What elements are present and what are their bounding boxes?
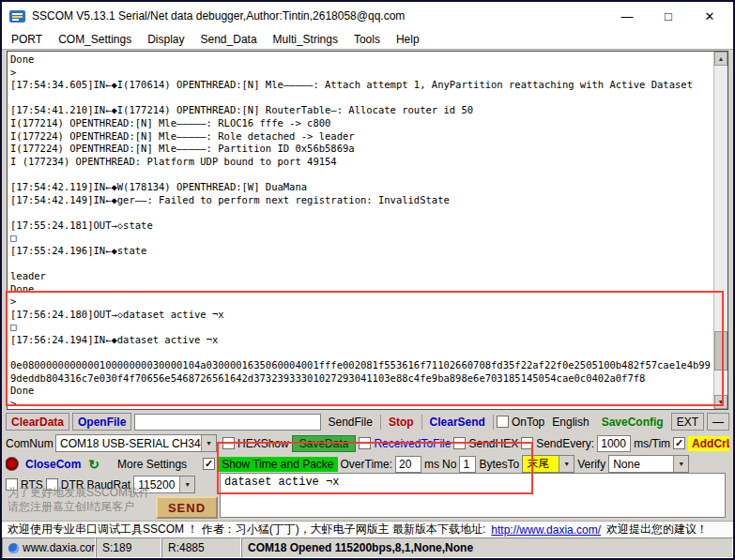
send-every-checkbox[interactable] — [521, 437, 533, 449]
scroll-down-icon[interactable]: ▼ — [714, 395, 727, 409]
save-config-button[interactable]: SaveConfig — [597, 413, 668, 431]
close-com-button[interactable]: CloseCom — [21, 455, 85, 473]
window-controls: — □ ✕ — [620, 9, 726, 23]
minimize-button[interactable]: — — [620, 9, 634, 23]
send-every-label: SendEvery: — [536, 437, 594, 450]
collapse-panel-button[interactable]: — — [707, 413, 729, 431]
send-interval-input[interactable] — [597, 435, 631, 452]
add-crlf-label[interactable]: AddCrLf — [688, 436, 729, 451]
menu-item-multi-strings[interactable]: Multi_Strings — [273, 33, 338, 46]
ad-text-2: 欢迎提出您的建议！ — [606, 522, 708, 537]
ext-button[interactable]: EXT — [671, 413, 704, 431]
ms-tim-label: ms/Tim — [634, 437, 670, 450]
scroll-thumb[interactable] — [714, 331, 727, 371]
title-bar: SSCOM V5.13.1 Serial/Net data debugger,A… — [2, 2, 733, 30]
ad-bar: 欢迎使用专业串口调试工具SSCOM ！ 作者：习小猛(丁丁)，大虾电子网版主 最… — [2, 521, 733, 537]
hex-show-label: HEXShow — [237, 437, 289, 450]
divider — [493, 415, 494, 430]
divider — [421, 415, 422, 430]
divider — [380, 415, 381, 430]
chevron-down-icon[interactable]: ▼ — [179, 477, 194, 492]
promo-line2: 请您注册嘉立创I结尾客户 — [8, 500, 156, 514]
menu-item-tools[interactable]: Tools — [354, 33, 380, 46]
over-time-label: OverTime: — [341, 458, 393, 471]
status-sent-count: S:189 — [96, 537, 161, 558]
byte-count-input[interactable] — [459, 456, 476, 473]
on-top-label: OnTop — [512, 416, 544, 429]
send-hex-label: SendHEX — [468, 437, 518, 450]
ms-label: ms — [424, 458, 439, 471]
menu-item-send-data[interactable]: Send_Data — [201, 33, 257, 46]
scroll-up-icon[interactable]: ▲ — [714, 52, 727, 66]
received-count-label: R:4885 — [168, 541, 205, 554]
menu-item-display[interactable]: Display — [147, 33, 184, 46]
hex-show-checkbox[interactable] — [222, 437, 235, 449]
send-hex-checkbox[interactable] — [453, 437, 466, 449]
send-button[interactable]: SEND — [156, 496, 218, 519]
english-button[interactable]: English — [547, 413, 593, 431]
ad-text: 欢迎使用专业串口调试工具SSCOM ！ 作者：习小猛(丁丁)，大虾电子网版主 最… — [8, 522, 485, 537]
promo-text: 为了更好地发展SSCOM软件 请您注册嘉立创I结尾客户 — [8, 486, 156, 514]
chevron-down-icon[interactable]: ▼ — [559, 456, 574, 472]
receive-area[interactable]: Done > [17:54:34.605]IN←◆I(170614) OPENT… — [7, 51, 728, 410]
send-file-button[interactable]: SendFile — [324, 413, 377, 431]
menu-item-port[interactable]: PORT — [11, 33, 42, 46]
bytes-to-value: 末尾 — [523, 456, 559, 472]
menu-bar: PORT COM_Settings Display Send_Data Mult… — [2, 30, 733, 50]
open-file-button[interactable]: OpenFile — [72, 413, 131, 431]
status-received-count: R:4885 — [161, 537, 241, 558]
send-data-input[interactable]: dataset active ¬x — [220, 473, 726, 518]
more-settings-button[interactable]: More Settings — [113, 455, 191, 473]
globe-icon — [8, 543, 19, 553]
on-top-checkbox[interactable] — [497, 416, 509, 428]
status-bar: www.daxia.com S:189 R:4885 COM18 Opened … — [2, 537, 733, 558]
chevron-down-icon[interactable]: ▼ — [673, 456, 688, 472]
close-button[interactable]: ✕ — [703, 9, 716, 23]
window-title: SSCOM V5.13.1 Serial/Net data debugger,A… — [32, 9, 405, 23]
save-data-button[interactable]: SaveData — [292, 435, 357, 452]
chevron-down-icon[interactable]: ▼ — [201, 435, 216, 451]
maximize-button[interactable]: □ — [662, 9, 675, 23]
verify-value: None — [609, 456, 673, 472]
com-port-select[interactable]: COM18 USB-SERIAL CH340K ▼ — [55, 434, 217, 452]
verify-label: Verify — [577, 458, 605, 471]
bytes-to-select[interactable]: 末尾 ▼ — [522, 455, 574, 473]
ad-link[interactable]: http://www.daxia.com/ — [491, 523, 601, 537]
status-com-state: COM18 Opened 115200bps,8,1,None,None — [241, 537, 733, 558]
promo-line1: 为了更好地发展SSCOM软件 — [8, 486, 156, 500]
no-label: No — [442, 458, 456, 471]
clear-send-button[interactable]: ClearSend — [425, 413, 490, 431]
show-time-label[interactable]: Show Time and Packe — [218, 457, 337, 472]
menu-item-help[interactable]: Help — [396, 33, 420, 46]
sent-count-label: S:189 — [102, 541, 131, 554]
app-icon — [9, 8, 25, 24]
add-crlf-checkbox[interactable] — [673, 437, 685, 449]
app-window: SSCOM V5.13.1 Serial/Net data debugger,A… — [0, 0, 735, 560]
com-port-value: COM18 USB-SERIAL CH340K — [56, 435, 201, 451]
menu-item-com-settings[interactable]: COM_Settings — [58, 33, 131, 46]
com-num-label: ComNum — [6, 437, 53, 450]
status-site-label: www.daxia.com — [23, 541, 96, 554]
refresh-ports-icon[interactable]: ↻ — [88, 457, 100, 472]
com-options-row: ComNum COM18 USB-SERIAL CH340K ▼ HEXShow… — [6, 433, 729, 453]
file-path-input[interactable] — [134, 414, 320, 431]
show-time-checkbox[interactable] — [203, 458, 215, 470]
file-toolbar: ClearData OpenFile SendFile Stop ClearSe… — [6, 412, 729, 431]
status-site[interactable]: www.daxia.com — [2, 537, 96, 558]
vertical-scrollbar[interactable]: ▲ ▼ — [713, 52, 727, 409]
com-state-label: COM18 Opened 115200bps,8,1,None,None — [248, 541, 473, 554]
bytes-to-label: BytesTo — [479, 458, 519, 471]
received-to-file-checkbox[interactable] — [359, 437, 371, 449]
clear-data-button[interactable]: ClearData — [6, 413, 69, 431]
verify-select[interactable]: None ▼ — [608, 455, 689, 473]
received-to-file-label: ReceivedToFile — [374, 437, 451, 450]
port-status-light — [6, 458, 18, 470]
over-time-input[interactable] — [395, 456, 421, 473]
port-settings-row: CloseCom ↻ More Settings Show Time and P… — [6, 454, 729, 474]
stop-button[interactable]: Stop — [384, 413, 419, 431]
terminal-output: Done > [17:54:34.605]IN←◆I(170614) OPENT… — [8, 52, 713, 409]
